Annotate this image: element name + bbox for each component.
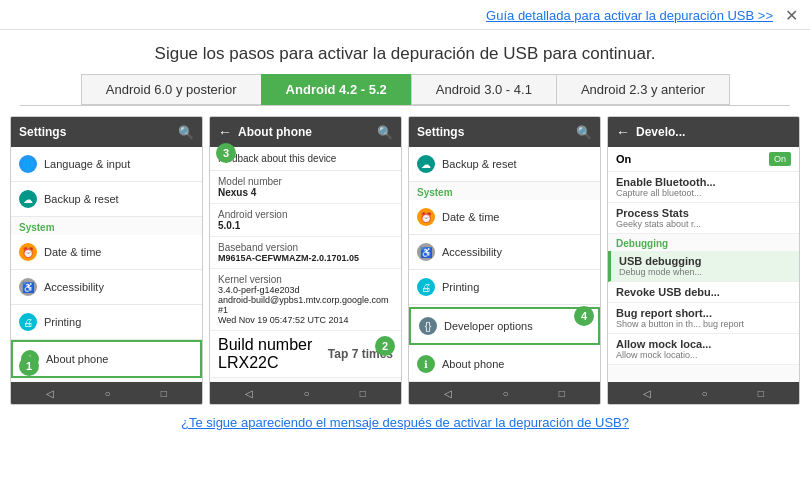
language-icon: 🌐 xyxy=(19,155,37,173)
page-title: Sigue los pasos para activar la depuraci… xyxy=(0,30,810,74)
baseband-value: M9615A-CEFWMAZM-2.0.1701.05 xyxy=(218,253,393,263)
screen4-footer: ◁ ○ □ xyxy=(608,382,799,404)
screen3-footer: ◁ ○ □ xyxy=(409,382,600,404)
screen-settings2: Settings 🔍 ☁ Backup & reset System ⏰ Dat… xyxy=(408,116,601,405)
settings-item-accessibility[interactable]: ♿ Accessibility xyxy=(11,270,202,305)
settings-item-language[interactable]: 🌐 Language & input xyxy=(11,147,202,182)
step3-circle: 3 xyxy=(216,143,236,163)
back-nav-icon: ◁ xyxy=(46,388,54,399)
home-nav3-icon: ○ xyxy=(502,388,508,399)
mock-location-title: Allow mock loca... xyxy=(616,338,791,350)
screen-settings: Settings 🔍 🌐 Language & input ☁ Backup &… xyxy=(10,116,203,405)
toggle-label: On xyxy=(616,153,631,165)
tab-android6[interactable]: Android 6.0 y posterior xyxy=(81,74,262,105)
android-version-value: 5.0.1 xyxy=(218,220,393,231)
baseband-item: Baseband version M9615A-CEFWMAZM-2.0.170… xyxy=(210,237,401,269)
settings2-item-accessibility[interactable]: ♿ Accessibility xyxy=(409,235,600,270)
settings-item-about[interactable]: ℹ About phone xyxy=(11,340,202,378)
home-nav2-icon: ○ xyxy=(303,388,309,399)
toggle-on-badge[interactable]: On xyxy=(769,152,791,166)
backup-icon: ☁ xyxy=(19,190,37,208)
back-arrow4-icon[interactable]: ← xyxy=(616,124,630,140)
back-nav2-icon: ◁ xyxy=(245,388,253,399)
settings2-item-about[interactable]: ℹ About phone xyxy=(409,347,600,382)
screen4-body: On On Enable Bluetooth... Capture all bl… xyxy=(608,147,799,382)
system-section-label: System xyxy=(11,217,202,235)
usb-debug-desc: Debug mode when... xyxy=(619,267,791,277)
feedback-item[interactable]: feedback about this device xyxy=(210,147,401,171)
dev-item-mock-location: Allow mock loca... Allow mock locatio... xyxy=(608,334,799,365)
accessibility2-icon: ♿ xyxy=(417,243,435,261)
recents-nav3-icon: □ xyxy=(559,388,565,399)
developer-label: Developer options xyxy=(444,320,533,332)
close-button[interactable]: ✕ xyxy=(785,6,798,25)
backup-label: Backup & reset xyxy=(44,193,119,205)
home-nav4-icon: ○ xyxy=(701,388,707,399)
bottom-link[interactable]: ¿Te sigue apareciendo el mensaje después… xyxy=(181,415,629,430)
build-number-row: Build number LRX22C Tap 7 times xyxy=(210,331,401,378)
system2-section-label: System xyxy=(409,182,600,200)
revoke-title: Revoke USB debu... xyxy=(616,286,791,298)
accessibility-icon: ♿ xyxy=(19,278,37,296)
bottom-section: ¿Te sigue apareciendo el mensaje después… xyxy=(0,405,810,440)
screen2-header: ← About phone 🔍 xyxy=(210,117,401,147)
home-nav-icon: ○ xyxy=(104,388,110,399)
back-arrow-icon[interactable]: ← xyxy=(218,124,232,140)
screen2-body: feedback about this device Model number … xyxy=(210,147,401,382)
guide-link[interactable]: Guía detallada para activar la depuració… xyxy=(486,8,773,23)
about-label: About phone xyxy=(46,353,108,365)
about2-icon: ℹ xyxy=(417,355,435,373)
bug-report-title: Bug report short... xyxy=(616,307,791,319)
model-value: Nexus 4 xyxy=(218,187,393,198)
top-bar: Guía detallada para activar la depuració… xyxy=(0,0,810,30)
model-label: Model number xyxy=(218,176,393,187)
screen1-footer: ◁ ○ □ xyxy=(11,382,202,404)
process-stats-desc: Geeky stats about r... xyxy=(616,219,791,229)
accessibility-label: Accessibility xyxy=(44,281,104,293)
screens-container: Settings 🔍 🌐 Language & input ☁ Backup &… xyxy=(0,116,810,405)
search-icon2[interactable]: 🔍 xyxy=(377,125,393,140)
backup2-label: Backup & reset xyxy=(442,158,517,170)
build-value: LRX22C xyxy=(218,354,312,372)
dev-item-process-stats: Process Stats Geeky stats about r... xyxy=(608,203,799,234)
search-icon3[interactable]: 🔍 xyxy=(576,125,592,140)
dev-toggle-row: On On xyxy=(608,147,799,172)
settings2-item-printing[interactable]: 🖨 Printing xyxy=(409,270,600,305)
developer-icon: {} xyxy=(419,317,437,335)
process-stats-title: Process Stats xyxy=(616,207,791,219)
tab-android30[interactable]: Android 3.0 - 4.1 xyxy=(411,74,557,105)
settings-item-date[interactable]: ⏰ Date & time xyxy=(11,235,202,270)
recents-nav4-icon: □ xyxy=(758,388,764,399)
recents-nav-icon: □ xyxy=(161,388,167,399)
kernel-value: 3.4.0-perf-g14e203dandroid-build@ypbs1.m… xyxy=(218,285,393,325)
accessibility2-label: Accessibility xyxy=(442,246,502,258)
search-icon[interactable]: 🔍 xyxy=(178,125,194,140)
printing2-icon: 🖨 xyxy=(417,278,435,296)
bluetooth-title: Enable Bluetooth... xyxy=(616,176,791,188)
date-label: Date & time xyxy=(44,246,101,258)
tab-android23[interactable]: Android 2.3 y anterior xyxy=(556,74,730,105)
printing2-label: Printing xyxy=(442,281,479,293)
screen2-footer: ◁ ○ □ xyxy=(210,382,401,404)
settings-item-printing[interactable]: 🖨 Printing xyxy=(11,305,202,340)
settings2-item-backup[interactable]: ☁ Backup & reset xyxy=(409,147,600,182)
date2-icon: ⏰ xyxy=(417,208,435,226)
debugging-label: Debugging xyxy=(608,234,799,251)
settings2-item-developer[interactable]: {} Developer options xyxy=(409,307,600,345)
model-number-item: Model number Nexus 4 xyxy=(210,171,401,204)
printing-icon: 🖨 xyxy=(19,313,37,331)
dev-item-usb-debug: USB debugging Debug mode when... xyxy=(608,251,799,282)
screen3-title: Settings xyxy=(417,125,576,139)
screen1-title: Settings xyxy=(19,125,178,139)
back-nav4-icon: ◁ xyxy=(643,388,651,399)
tab-android42[interactable]: Android 4.2 - 5.2 xyxy=(261,74,412,105)
screen4-title: Develo... xyxy=(636,125,791,139)
settings2-item-date[interactable]: ⏰ Date & time xyxy=(409,200,600,235)
tab-bar: Android 6.0 y posterior Android 4.2 - 5.… xyxy=(20,74,790,106)
usb-debug-title: USB debugging xyxy=(619,255,791,267)
baseband-label: Baseband version xyxy=(218,242,393,253)
settings-item-backup[interactable]: ☁ Backup & reset xyxy=(11,182,202,217)
dev-item-bug-report: Bug report short... Show a button in th.… xyxy=(608,303,799,334)
date2-label: Date & time xyxy=(442,211,499,223)
dev-item-revoke: Revoke USB debu... xyxy=(608,282,799,303)
